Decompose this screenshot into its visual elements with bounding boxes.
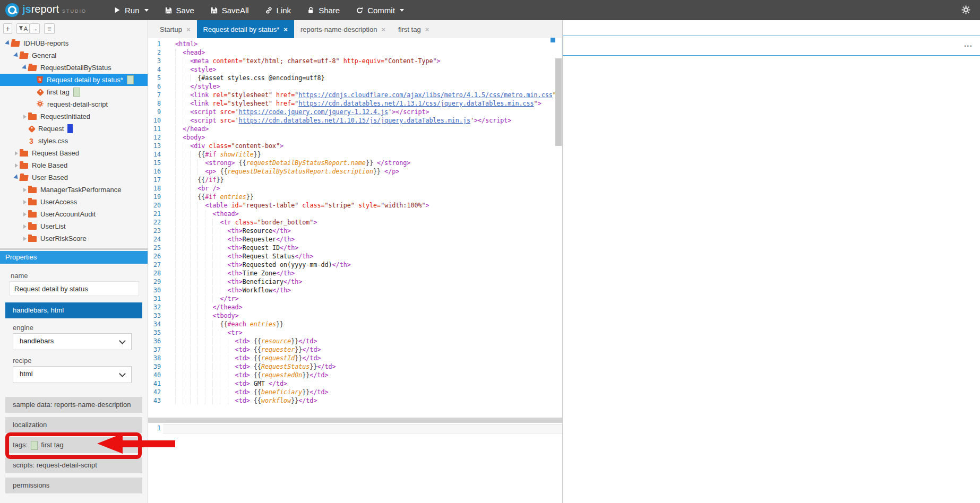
save-all-button[interactable]: SaveAll — [210, 6, 249, 15]
code-line-42[interactable]: <td> {{beneficiary}}</td> — [148, 388, 555, 396]
expander-icon[interactable] — [21, 212, 28, 216]
code-line-36[interactable]: <td> {{resource}}</td> — [148, 337, 555, 345]
tree-item-requestinitiated[interactable]: RequestInitiated — [0, 110, 148, 123]
code-line-11[interactable]: </head> — [148, 125, 555, 133]
expander-icon[interactable] — [13, 163, 20, 168]
tree-menu-button[interactable]: ≡ — [44, 23, 55, 34]
code-line-6[interactable]: </style> — [148, 82, 555, 91]
code-line-30[interactable]: <th>Workflow</th> — [148, 286, 555, 294]
expander-icon[interactable] — [21, 188, 28, 192]
add-entity-button[interactable]: + — [3, 23, 12, 34]
tab-request-detail-by-status[interactable]: Request detail by status*× — [197, 20, 294, 38]
code-line-23[interactable]: <th>Resource</th> — [148, 227, 555, 235]
code-line-12[interactable]: <body> — [148, 133, 555, 142]
tab-first-tag[interactable]: first tag× — [392, 20, 435, 38]
expander-icon[interactable] — [21, 200, 28, 204]
tree-item-general[interactable]: General — [0, 49, 148, 62]
tab-close-icon[interactable]: × — [186, 25, 191, 33]
code-line-25[interactable]: <th>Request ID</th> — [148, 244, 555, 252]
expander-icon[interactable] — [13, 151, 20, 155]
tree-item-useraccess[interactable]: UserAccess — [0, 196, 148, 208]
code-line-37[interactable]: <td> {{requester}}</td> — [148, 345, 555, 354]
engine-select[interactable]: handlebars — [13, 333, 132, 350]
jsreport-logo[interactable]: js report STUDIO — [5, 3, 106, 17]
expander-icon[interactable] — [4, 41, 11, 45]
tab-close-icon[interactable]: × — [283, 25, 288, 33]
tree-item-managertaskperformance[interactable]: ManagerTaskPerformance — [0, 184, 148, 196]
tree-item-styles-css[interactable]: 3styles.css — [0, 135, 148, 147]
code-line-29[interactable]: <th>Beneficiary</th> — [148, 277, 555, 286]
tree-item-userriskscore[interactable]: UserRiskScore — [0, 232, 148, 245]
tree-item-request-detail-by-status[interactable]: 5Request detail by status* — [0, 74, 148, 86]
code-line-18[interactable]: <br /> — [148, 184, 555, 193]
code-line-17[interactable]: {{/if}} — [148, 176, 555, 184]
code-line-15[interactable]: <strong> {{requestDetailByStatusReport.n… — [148, 159, 555, 167]
code-line-19[interactable]: {{#if entries}} — [148, 193, 555, 201]
recipe-select[interactable]: html — [13, 366, 132, 383]
code-line-39[interactable]: <td> {{RequestStatus}}</td> — [148, 362, 555, 371]
code-editor[interactable]: 1234567891011121314151617181920212223242… — [148, 38, 562, 503]
tree-item-request-detail-script[interactable]: request-detail-script — [0, 98, 148, 110]
code-line-28[interactable]: <th>Time Zone</th> — [148, 269, 555, 277]
sample-data-bar[interactable]: sample data: reports-name-description — [5, 397, 142, 413]
tree-item-idhub-reports[interactable]: IDHUB-reports — [0, 37, 148, 49]
expander-icon[interactable] — [13, 176, 20, 179]
code-line-35[interactable]: <tr> — [148, 328, 555, 337]
save-button[interactable]: Save — [165, 6, 194, 15]
code-line-41[interactable]: <td> GMT </td> — [148, 379, 555, 388]
code-line-14[interactable]: {{#if showTitle}} — [148, 150, 555, 159]
expander-icon[interactable] — [13, 54, 20, 57]
collapse-button[interactable]: → — [30, 23, 40, 34]
tree-item-requestdetailbystatus[interactable]: RequestDetailByStatus — [0, 62, 148, 74]
tree-item-role-based[interactable]: Role Based — [0, 159, 148, 171]
code-line-1[interactable]: <html> — [148, 40, 555, 48]
localization-bar[interactable]: localization — [5, 417, 142, 433]
tree-item-first-tag[interactable]: first tag — [0, 86, 148, 98]
permissions-bar[interactable]: permissions — [5, 478, 142, 493]
code-line-32[interactable]: </thead> — [148, 303, 555, 311]
code-line-33[interactable]: <tbody> — [148, 311, 555, 320]
code-line-2[interactable]: <head> — [148, 48, 555, 57]
vertical-scrollbar[interactable] — [555, 58, 562, 146]
code-line-7[interactable]: <link rel="stylesheet" href="https://cdn… — [148, 91, 555, 99]
expander-icon[interactable] — [21, 115, 28, 119]
share-button[interactable]: Share — [307, 6, 340, 15]
commit-button[interactable]: Commit — [356, 6, 404, 15]
editor-splitter[interactable] — [148, 418, 562, 423]
code-line-34[interactable]: {{#each entries}} — [148, 320, 555, 328]
tree-item-user-based[interactable]: User Based — [0, 171, 148, 184]
code-line-21[interactable]: <thead> — [148, 210, 555, 218]
code-line-20[interactable]: <table id="request-table" class="stripe"… — [148, 201, 555, 210]
expander-icon[interactable] — [21, 237, 28, 241]
tab-startup[interactable]: Startup× — [153, 20, 197, 38]
name-input[interactable] — [10, 281, 139, 296]
code-line-22[interactable]: <tr class="border_bottom"> — [148, 218, 555, 227]
tree-item-request-based[interactable]: Request Based — [0, 147, 148, 159]
code-line-40[interactable]: <td> {{requestedOn}}</td> — [148, 371, 555, 379]
code-line-9[interactable]: <script src='https://code.jquery.com/jqu… — [148, 108, 555, 116]
scripts-bar[interactable]: scripts: request-detail-script — [5, 457, 142, 473]
code-line-10[interactable]: <script src='https://cdn.datatables.net/… — [148, 116, 555, 125]
tab-reports-name-description[interactable]: reports-name-description× — [294, 20, 392, 38]
code-line-8[interactable]: <link rel="stylesheet" href="https://cdn… — [148, 99, 555, 108]
code-line-4[interactable]: <style> — [148, 65, 555, 74]
code-line-38[interactable]: <td> {{requestId}}</td> — [148, 354, 555, 362]
tree-item-userlist[interactable]: UserList — [0, 220, 148, 232]
code-line-26[interactable]: <th>Request Status</th> — [148, 252, 555, 261]
preview-menu-button[interactable]: ... — [964, 39, 973, 49]
filter-button[interactable]: A — [16, 23, 30, 34]
tab-close-icon[interactable]: × — [381, 25, 385, 33]
tree-item-request[interactable]: Request — [0, 123, 148, 135]
code-line-27[interactable]: <th>Requested on(yyyy-mm-dd)</th> — [148, 261, 555, 269]
run-button[interactable]: Run — [114, 6, 149, 15]
code-line-31[interactable]: </tr> — [148, 294, 555, 303]
link-button[interactable]: Link — [265, 6, 291, 15]
tags-bar[interactable]: tags: first tag — [5, 437, 142, 453]
code-line-13[interactable]: <div class="content-box"> — [148, 142, 555, 150]
code-line-3[interactable]: <meta content="text/html; charset=utf-8"… — [148, 57, 555, 65]
expander-icon[interactable] — [21, 66, 28, 70]
tree-item-useraccountaudit[interactable]: UserAccountAudit — [0, 208, 148, 220]
code-content[interactable]: <html> <head> <meta content="text/html; … — [148, 40, 555, 405]
tab-close-icon[interactable]: × — [425, 25, 429, 33]
helpers-editor-current-line[interactable] — [163, 424, 562, 433]
